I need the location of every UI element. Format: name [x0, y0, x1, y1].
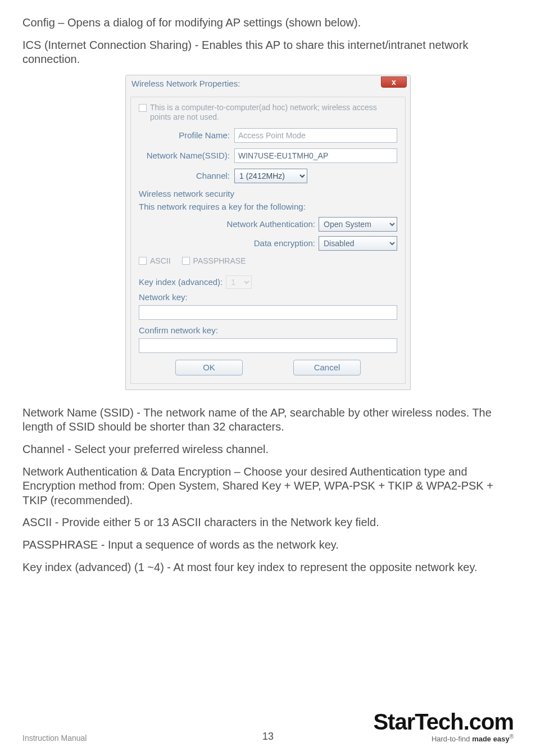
- tagline-prefix: Hard-to-find: [431, 735, 472, 743]
- ascii-label: ASCII: [150, 256, 171, 265]
- key-index-select: 1: [226, 275, 252, 289]
- auth-label: Network Authentication:: [226, 219, 315, 229]
- encryption-select[interactable]: Disabled: [319, 236, 397, 251]
- brand-suffix: .com: [464, 709, 514, 734]
- explain-channel: Channel - Select your preferred wireless…: [22, 442, 514, 457]
- dialog-body: This is a computer-to-computer(ad hoc) n…: [130, 97, 406, 384]
- channel-label: Channel:: [139, 171, 234, 180]
- wireless-properties-dialog: Wireless Network Properties: x This is a…: [125, 75, 411, 390]
- adhoc-checkbox[interactable]: [139, 104, 147, 112]
- channel-select[interactable]: 1 (2412MHz): [234, 169, 307, 183]
- intro-ics: ICS (Internet Connection Sharing) - Enab…: [22, 38, 514, 67]
- key-index-label: Key index (advanced):: [139, 277, 222, 287]
- encryption-label: Data encryption:: [254, 238, 315, 248]
- network-key-label: Network key:: [139, 292, 397, 302]
- explain-ascii: ASCII - Provide either 5 or 13 ASCII cha…: [22, 515, 514, 530]
- registered-mark: ®: [510, 734, 514, 740]
- passphrase-label: PASSPHRASE: [193, 256, 246, 265]
- close-button[interactable]: x: [381, 76, 407, 88]
- dialog-screenshot: Wireless Network Properties: x This is a…: [22, 75, 514, 390]
- page-footer: Instruction Manual 13 StarTech.com Hard-…: [22, 710, 514, 743]
- cancel-button[interactable]: Cancel: [293, 360, 361, 375]
- explain-passphrase: PASSPHRASE - Input a sequence of words a…: [22, 538, 514, 553]
- adhoc-label: This is a computer-to-computer(ad hoc) n…: [150, 103, 397, 123]
- brand-logo: StarTech.com Hard-to-find made easy®: [373, 710, 514, 743]
- security-heading: Wireless network security: [139, 189, 397, 198]
- close-icon: x: [392, 78, 396, 87]
- ok-button[interactable]: OK: [175, 360, 243, 375]
- page-number: 13: [262, 731, 274, 743]
- profile-name-input[interactable]: [234, 128, 397, 143]
- brand-name: StarTech: [373, 709, 463, 734]
- passphrase-checkbox[interactable]: [182, 257, 190, 265]
- footer-left-text: Instruction Manual: [22, 734, 87, 743]
- network-key-input[interactable]: [139, 305, 397, 320]
- dialog-title: Wireless Network Properties:: [131, 79, 240, 88]
- dialog-title-bar: Wireless Network Properties: x: [126, 75, 410, 94]
- ssid-label: Network Name(SSID):: [139, 151, 234, 160]
- requires-key-text: This network requires a key for the foll…: [139, 202, 397, 211]
- explain-keyindex: Key index (advanced) (1 ~4) - At most fo…: [22, 560, 514, 575]
- ascii-checkbox[interactable]: [139, 257, 147, 265]
- auth-select[interactable]: Open System: [319, 217, 397, 232]
- ssid-input[interactable]: [234, 148, 397, 163]
- explain-auth: Network Authentication & Data Encryption…: [22, 465, 514, 508]
- tagline-bold: made easy: [472, 735, 510, 743]
- confirm-key-input[interactable]: [139, 338, 397, 353]
- confirm-key-label: Confirm network key:: [139, 325, 397, 335]
- profile-name-label: Profile Name:: [139, 130, 234, 140]
- intro-config: Config – Opens a dialog of for modifying…: [22, 16, 514, 30]
- explain-ssid: Network Name (SSID) - The network name o…: [22, 406, 514, 434]
